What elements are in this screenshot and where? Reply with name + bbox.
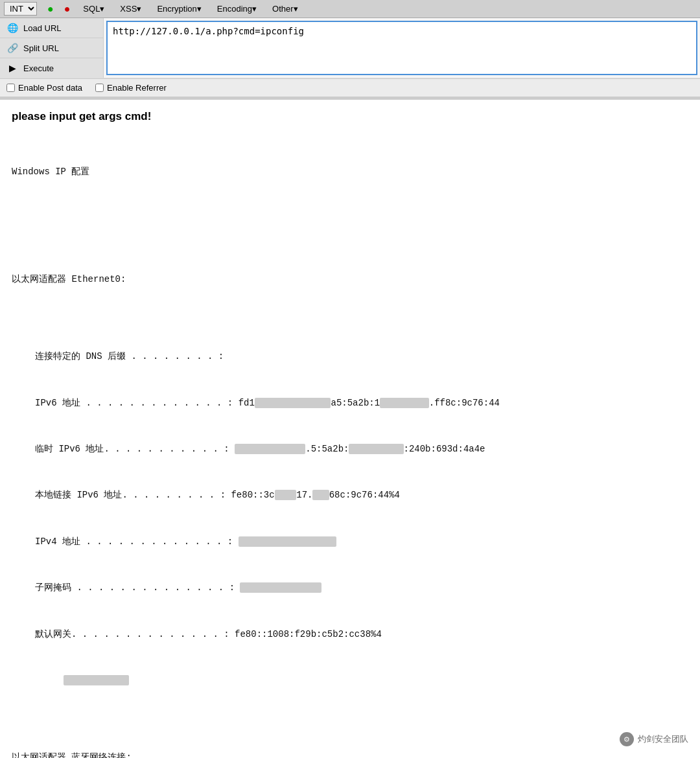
section-ethernet0: 以太网适配器 Ethernet0: [12, 272, 688, 288]
section-bluetooth: 以太网适配器 蓝牙网络连接: [12, 750, 688, 758]
blurred-subnet [240, 582, 321, 593]
blurred-ipv4 [239, 536, 336, 547]
ipv4-line: IPv4 地址 . . . . . . . . . . . . . : [12, 534, 688, 550]
load-url-label: Load URL [23, 23, 62, 33]
menu-encoding[interactable]: Encoding▾ [215, 3, 259, 15]
url-section: 🌐 Load URL 🔗 Split URL ▶ Execute http://… [0, 18, 700, 98]
content-area: please input get args cmd! Windows IP 配置… [0, 98, 700, 758]
windows-ip-line: Windows IP 配置 [12, 165, 688, 180]
indicator-green: ● [47, 3, 54, 15]
local-link-ipv6-line: 本地链接 IPv6 地址. . . . . . . . . : fe80::3c… [12, 488, 688, 503]
blurred-temp-1 [235, 444, 305, 454]
split-url-icon: 🔗 [6, 42, 18, 54]
temp-ipv6-line: 临时 IPv6 地址. . . . . . . . . . . : .5:5a2… [12, 442, 688, 457]
enable-post-label[interactable]: Enable Post data [6, 83, 82, 93]
ipv6-addr-line: IPv6 地址 . . . . . . . . . . . . . : fd1 … [12, 396, 688, 411]
options-row: Enable Post data Enable Referrer [0, 78, 700, 97]
gateway-line: 默认网关. . . . . . . . . . . . . . : fe80::… [12, 627, 688, 643]
split-url-label: Split URL [23, 43, 59, 53]
url-input-area: http://127.0.0.1/a.php?cmd=ipconfig [104, 18, 700, 78]
blurred-ipv6-1 [255, 398, 331, 408]
blurred-temp-2 [349, 444, 403, 454]
url-actions-panel: 🌐 Load URL 🔗 Split URL ▶ Execute [0, 18, 104, 78]
menu-sql[interactable]: SQL▾ [80, 3, 107, 15]
watermark-text: 灼剑安全团队 [638, 733, 688, 745]
gateway-extra-line [12, 673, 688, 689]
indicator-red: ● [64, 3, 71, 15]
top-toolbar: INT ● ● SQL▾ XSS▾ Encryption▾ Encoding▾ … [0, 0, 700, 18]
subnet-line: 子网掩码 . . . . . . . . . . . . . . : [12, 580, 688, 596]
load-url-button[interactable]: 🌐 Load URL [0, 18, 103, 38]
menu-encryption[interactable]: Encryption▾ [154, 3, 204, 15]
watermark: ⚙ 灼剑安全团队 [620, 732, 688, 746]
output-block: Windows IP 配置 以太网适配器 Ethernet0: 连接特定的 DN… [12, 133, 688, 758]
execute-label: Execute [23, 63, 54, 73]
enable-referrer-text: Enable Referrer [107, 83, 167, 93]
blurred-gateway2 [64, 675, 129, 685]
enable-post-checkbox[interactable] [6, 84, 15, 92]
blurred-local-2 [312, 490, 329, 500]
dns-suffix-line: 连接特定的 DNS 后缀 . . . . . . . . : [12, 349, 688, 365]
blurred-local-1 [275, 490, 297, 500]
execute-button[interactable]: ▶ Execute [0, 58, 103, 78]
int-selector[interactable]: INT [4, 2, 37, 16]
enable-referrer-label[interactable]: Enable Referrer [95, 83, 167, 93]
load-url-icon: 🌐 [6, 22, 18, 34]
watermark-icon: ⚙ [620, 732, 634, 746]
url-input[interactable]: http://127.0.0.1/a.php?cmd=ipconfig [106, 21, 697, 75]
blurred-ipv6-2 [380, 398, 429, 408]
menu-other[interactable]: Other▾ [270, 3, 301, 15]
split-url-button[interactable]: 🔗 Split URL [0, 38, 103, 58]
result-header: please input get args cmd! [12, 110, 688, 123]
enable-referrer-checkbox[interactable] [95, 84, 104, 92]
enable-post-text: Enable Post data [18, 83, 82, 93]
execute-icon: ▶ [6, 62, 18, 74]
menu-xss[interactable]: XSS▾ [117, 3, 144, 15]
